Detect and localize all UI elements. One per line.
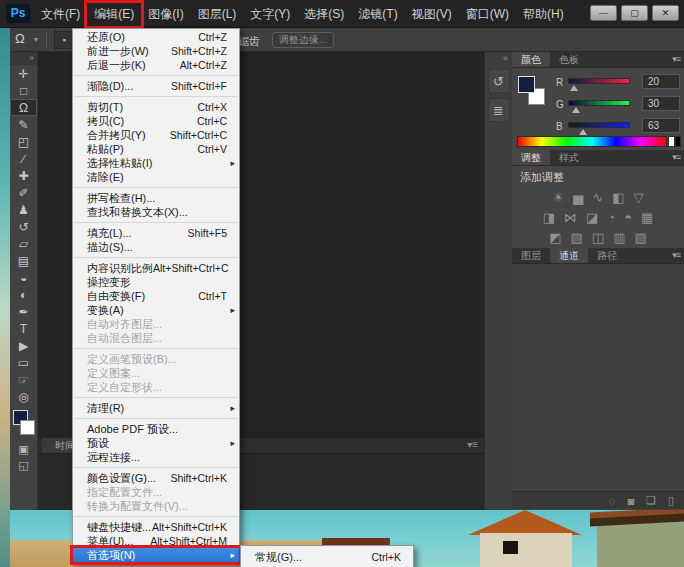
edit-menu-item-free-transform[interactable]: 自由变换(F)Ctrl+T (73, 289, 239, 303)
vibrance-icon[interactable]: ▽ (633, 190, 643, 205)
channel-value-field[interactable]: 63 (642, 118, 680, 133)
gradient-map-icon[interactable]: ▥ (613, 230, 625, 245)
edit-menu-item-define-custom-shape[interactable]: 定义自定形状... (73, 380, 239, 394)
color-lookup-icon[interactable]: ▦ (641, 210, 653, 225)
collapse-dock-icon[interactable]: « (485, 52, 512, 64)
healing-brush-tool[interactable]: ✚ (10, 167, 37, 184)
edit-menu-item-convert-to-profile[interactable]: 转换为配置文件(V)... (73, 499, 239, 513)
panel-menu-icon[interactable]: ▾≡ (672, 152, 680, 162)
threshold-icon[interactable]: ◫ (592, 230, 604, 245)
edit-menu-item-check-spelling[interactable]: 拼写检查(H)... (73, 191, 239, 205)
maximize-button[interactable]: ▢ (621, 5, 648, 21)
edit-menu-item-copy[interactable]: 拷贝(C)Ctrl+C (73, 114, 239, 128)
slider-track-B[interactable] (568, 122, 630, 128)
save-selection-icon[interactable]: ◙ (627, 495, 634, 507)
quick-selection-tool[interactable]: ✎ (10, 116, 37, 133)
exposure-icon[interactable]: ◧ (612, 190, 624, 205)
quick-mask-button[interactable]: ▣ (10, 441, 37, 457)
shape-tool[interactable]: ▭ (10, 354, 37, 371)
eyedropper-tool[interactable]: ∕ (10, 150, 37, 167)
menubar-item-layer[interactable]: 图层(L) (191, 3, 244, 26)
menubar-item-filter[interactable]: 滤镜(T) (351, 3, 404, 26)
spectrum-white-swatch[interactable] (668, 136, 675, 147)
edit-menu-item-color-settings[interactable]: 颜色设置(G)...Shift+Ctrl+K (73, 471, 239, 485)
move-tool[interactable]: ✛ (10, 65, 37, 82)
tab-adjustments[interactable]: 调整 (512, 150, 550, 165)
foreground-color-swatch[interactable] (518, 76, 535, 93)
edit-menu-item-define-pattern[interactable]: 定义图案... (73, 366, 239, 380)
hand-tool[interactable]: ☞ (10, 371, 37, 388)
menubar-item-select[interactable]: 选择(S) (297, 3, 351, 26)
slider-thumb[interactable] (572, 107, 580, 113)
chevron-down-icon[interactable]: ▾ (34, 35, 38, 44)
panel-menu-icon[interactable]: ▾≡ (467, 439, 478, 450)
edit-menu-item-copy-merged[interactable]: 合并拷贝(Y)Shift+Ctrl+C (73, 128, 239, 142)
edit-menu-item-auto-blend-layers[interactable]: 自动混合图层... (73, 331, 239, 345)
menubar-item-type[interactable]: 文字(Y) (243, 3, 297, 26)
slider-thumb[interactable] (570, 85, 578, 91)
posterize-icon[interactable]: ▨ (571, 230, 583, 245)
color-spectrum-ramp[interactable] (517, 136, 667, 147)
slider-track-G[interactable] (568, 100, 630, 106)
lasso-tool-preset-icon[interactable]: Ω (15, 31, 25, 46)
edit-menu-item-remote-connections[interactable]: 远程连接... (73, 450, 239, 464)
edit-menu-item-presets[interactable]: 预设▸ (73, 436, 239, 450)
collapse-toolbar-icon[interactable]: » (10, 52, 37, 65)
edit-menu-item-step-forward[interactable]: 前进一步(W)Shift+Ctrl+Z (73, 44, 239, 58)
eraser-tool[interactable]: ▱ (10, 235, 37, 252)
gradient-tool[interactable]: ▤ (10, 252, 37, 269)
hue-saturation-icon[interactable]: ◨ (543, 210, 555, 225)
channel-value-field[interactable]: 30 (642, 96, 680, 111)
spectrum-black-swatch[interactable] (675, 136, 681, 147)
edit-menu-item-paste-special[interactable]: 选择性粘贴(I)▸ (73, 156, 239, 170)
new-selection-button[interactable]: ▪ (54, 31, 74, 49)
edit-menu-item-find-replace-text[interactable]: 查找和替换文本(X)... (73, 205, 239, 219)
refine-edge-button[interactable]: 调整边缘... (272, 32, 334, 48)
pen-tool[interactable]: ✒ (10, 303, 37, 320)
delete-channel-icon[interactable]: ▯ (668, 494, 674, 507)
edit-menu-item-stroke[interactable]: 描边(S)... (73, 240, 239, 254)
edit-menu-item-undo[interactable]: 还原(O)Ctrl+Z (73, 30, 239, 44)
brightness-contrast-icon[interactable]: ☀ (553, 190, 565, 205)
actions-panel-button[interactable]: ≣ (488, 98, 510, 122)
menubar-item-view[interactable]: 视图(V) (405, 3, 459, 26)
type-tool[interactable]: T (10, 320, 37, 337)
load-selection-icon[interactable]: ◌ (609, 495, 616, 507)
tab-channels[interactable]: 通道 (550, 248, 588, 263)
history-panel-button[interactable]: ↺ (488, 69, 510, 93)
edit-menu-item-keyboard-shortcuts[interactable]: 键盘快捷键...Alt+Shift+Ctrl+K (73, 520, 239, 534)
close-button[interactable]: ✕ (652, 5, 679, 21)
minimize-button[interactable]: — (590, 5, 617, 21)
rectangular-marquee-tool[interactable]: □ (10, 82, 37, 99)
edit-menu-item-step-backward[interactable]: 后退一步(K)Alt+Ctrl+Z (73, 58, 239, 72)
slider-track-R[interactable] (568, 78, 630, 84)
dodge-tool[interactable]: ◐ (10, 286, 37, 303)
submenu-item-general[interactable]: 常规(G)... Ctrl+K (241, 549, 413, 565)
photo-filter-icon[interactable]: ◔ (607, 210, 615, 225)
edit-menu-item-fill[interactable]: 填充(L)...Shift+F5 (73, 226, 239, 240)
tab-styles[interactable]: 样式 (550, 150, 588, 165)
edit-menu-item-auto-align-layers[interactable]: 自动对齐图层... (73, 317, 239, 331)
tab-layers[interactable]: 图层 (512, 248, 550, 263)
edit-menu-item-menus[interactable]: 菜单(U)...Alt+Shift+Ctrl+M (73, 534, 239, 548)
black-white-icon[interactable]: ◪ (586, 210, 598, 225)
new-channel-icon[interactable]: ❏ (646, 494, 656, 507)
blur-tool[interactable]: ◒ (10, 269, 37, 286)
invert-icon[interactable]: ◩ (549, 230, 561, 245)
menubar-item-edit[interactable]: 编辑(E) (87, 3, 141, 26)
menubar-item-image[interactable]: 图像(I) (141, 3, 190, 26)
edit-menu-item-puppet-warp[interactable]: 操控变形 (73, 275, 239, 289)
screen-mode-button[interactable]: ◱ (10, 457, 37, 473)
edit-menu-item-transform[interactable]: 变换(A)▸ (73, 303, 239, 317)
edit-menu-item-assign-profile[interactable]: 指定配置文件... (73, 485, 239, 499)
channel-mixer-icon[interactable]: ◓ (624, 210, 632, 225)
edit-menu-item-clear[interactable]: 清除(E) (73, 170, 239, 184)
lasso-tool[interactable]: Ω (10, 99, 37, 116)
tab-swatches[interactable]: 色板 (550, 52, 588, 67)
channel-value-field[interactable]: 20 (642, 74, 680, 89)
zoom-tool[interactable]: ◎ (10, 388, 37, 405)
background-color-swatch[interactable] (20, 420, 35, 435)
tab-paths[interactable]: 路径 (588, 248, 626, 263)
edit-menu-item-purge[interactable]: 清理(R)▸ (73, 401, 239, 415)
menubar-item-help[interactable]: 帮助(H) (516, 3, 571, 26)
